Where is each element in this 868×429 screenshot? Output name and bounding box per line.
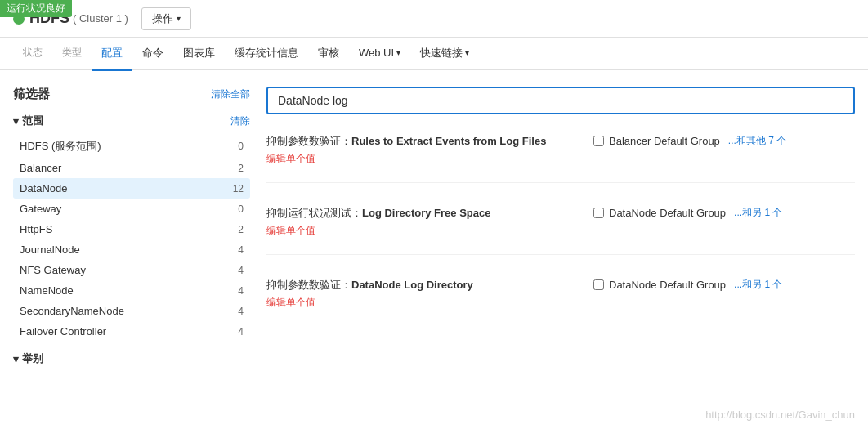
nav-item-config[interactable]: 配置 (92, 38, 132, 71)
config-item-2: 抑制运行状况测试：Log Directory Free Space 编辑单个值 … (266, 206, 855, 255)
config-row-3: 抑制参数数验证：DataNode Log Directory 编辑单个值 Dat… (266, 278, 855, 310)
nav-item-cache[interactable]: 缓存统计信息 (225, 38, 308, 71)
group-row-3: DataNode Default Group ...和另 1 个 (593, 278, 855, 292)
config-name-2: 抑制运行状况测试：Log Directory Free Space (266, 206, 577, 221)
sidebar-item-failovercontroller[interactable]: Failover Controller 4 (13, 321, 250, 342)
config-right-2: DataNode Default Group ...和另 1 个 (593, 206, 855, 223)
scope-section-title: ▾ 范围 (13, 114, 43, 128)
action-button[interactable]: 操作 ▾ (141, 7, 191, 30)
group-checkbox-1[interactable] (593, 136, 604, 146)
config-name-3: 抑制参数数验证：DataNode Log Directory (266, 278, 577, 293)
status-badge: 运行状况良好 (0, 0, 72, 17)
sidebar-item-datanode[interactable]: DataNode 12 (13, 178, 250, 199)
scope-section: ▾ 范围 清除 HDFS (服务范围) 0 Balancer 2 DataNod… (13, 114, 250, 342)
sidebar-item-journalnode[interactable]: JournalNode 4 (13, 239, 250, 260)
chevron-down-icon: ▾ (396, 48, 400, 57)
sidebar: 筛选器 清除全部 ▾ 范围 清除 HDFS (服务范围) 0 Balancer … (13, 87, 250, 405)
sidebar-item-httpfs[interactable]: HttpFS 2 (13, 219, 250, 239)
chevron-down-icon: ▾ (13, 115, 19, 127)
nav-item-type[interactable]: 类型 (52, 38, 92, 70)
nav-item-status[interactable]: 状态 (13, 38, 52, 70)
sidebar-item-gateway[interactable]: Gateway 0 (13, 199, 250, 219)
sidebar-item-nfsgateway[interactable]: NFS Gateway 4 (13, 260, 250, 280)
nav-item-audit[interactable]: 审核 (308, 38, 349, 71)
nav-item-command[interactable]: 命令 (132, 38, 173, 71)
chevron-down-icon: ▾ (465, 48, 469, 57)
config-right-3: DataNode Default Group ...和另 1 个 (593, 278, 855, 295)
nav-item-charts[interactable]: 图表库 (173, 38, 225, 71)
sidebar-item-hdfs[interactable]: HDFS (服务范围) 0 (13, 135, 250, 158)
content-area: 抑制参数数验证：Rules to Extract Events from Log… (266, 87, 855, 405)
edit-link-3[interactable]: 编辑单个值 (266, 296, 577, 310)
config-item-1: 抑制参数数验证：Rules to Extract Events from Log… (266, 134, 855, 183)
sidebar-title: 筛选器 (13, 87, 50, 102)
top-bar: HDFS ( Cluster 1 ) 操作 ▾ 运行状况良好 (0, 0, 868, 38)
category-section-title: ▾ 举别 (13, 351, 250, 366)
sidebar-item-secondarynamenode[interactable]: SecondaryNameNode 4 (13, 301, 250, 321)
group-row-1: Balancer Default Group ...和其他 7 个 (593, 134, 855, 148)
config-row-2: 抑制运行状况测试：Log Directory Free Space 编辑单个值 … (266, 206, 855, 238)
edit-link-1[interactable]: 编辑单个值 (266, 152, 577, 166)
group-checkbox-2[interactable] (593, 208, 604, 218)
sidebar-header: 筛选器 清除全部 (13, 87, 250, 102)
search-input[interactable] (266, 87, 855, 114)
config-item-3: 抑制参数数验证：DataNode Log Directory 编辑单个值 Dat… (266, 278, 855, 326)
main-content: 筛选器 清除全部 ▾ 范围 清除 HDFS (服务范围) 0 Balancer … (0, 70, 868, 422)
config-row-1: 抑制参数数验证：Rules to Extract Events from Log… (266, 134, 855, 166)
app-cluster: ( Cluster 1 ) (73, 12, 128, 25)
nav-bar: 状态 类型 配置 命令 图表库 缓存统计信息 审核 Web UI ▾ 快速链接 … (0, 38, 868, 70)
config-name-1: 抑制参数数验证：Rules to Extract Events from Log… (266, 134, 577, 149)
clear-all-link[interactable]: 清除全部 (211, 87, 250, 101)
sidebar-item-balancer[interactable]: Balancer 2 (13, 158, 250, 178)
clear-scope-link[interactable]: 清除 (230, 114, 250, 128)
chevron-down-icon: ▾ (13, 353, 19, 365)
config-left-3: 抑制参数数验证：DataNode Log Directory 编辑单个值 (266, 278, 577, 310)
nav-item-webui[interactable]: Web UI ▾ (349, 38, 410, 69)
config-left-1: 抑制参数数验证：Rules to Extract Events from Log… (266, 134, 577, 166)
sidebar-item-namenode[interactable]: NameNode 4 (13, 280, 250, 301)
edit-link-2[interactable]: 编辑单个值 (266, 224, 577, 238)
config-right-1: Balancer Default Group ...和其他 7 个 (593, 134, 855, 151)
group-checkbox-3[interactable] (593, 279, 604, 290)
chevron-down-icon: ▾ (177, 14, 181, 23)
nav-item-quicklinks[interactable]: 快速链接 ▾ (410, 38, 479, 71)
config-left-2: 抑制运行状况测试：Log Directory Free Space 编辑单个值 (266, 206, 577, 238)
group-row-2: DataNode Default Group ...和另 1 个 (593, 206, 855, 220)
scope-section-header: ▾ 范围 清除 (13, 114, 250, 128)
